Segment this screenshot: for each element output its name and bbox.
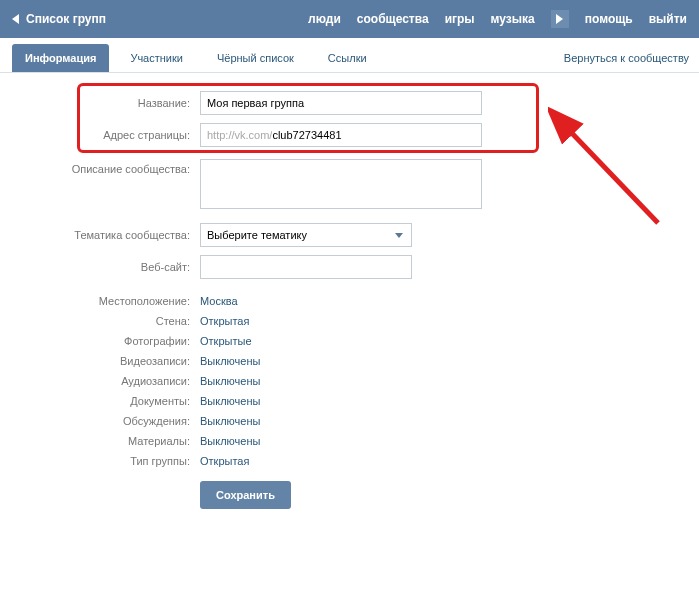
top-nav-links: люди сообщества игры музыка помощь выйти bbox=[308, 10, 687, 28]
setting-label: Тип группы: bbox=[0, 455, 200, 467]
address-field-wrap: http://vk.com/ bbox=[200, 123, 482, 147]
setting-label: Обсуждения: bbox=[0, 415, 200, 427]
nav-communities[interactable]: сообщества bbox=[357, 12, 429, 26]
save-button[interactable]: Сохранить bbox=[200, 481, 291, 509]
materials-value[interactable]: Выключены bbox=[200, 435, 260, 447]
tab-links[interactable]: Ссылки bbox=[315, 44, 380, 72]
settings-form: Название: Адрес страницы: http://vk.com/… bbox=[0, 73, 699, 537]
setting-label: Фотографии: bbox=[0, 335, 200, 347]
top-nav-bar: Список групп люди сообщества игры музыка… bbox=[0, 0, 699, 38]
setting-label: Стена: bbox=[0, 315, 200, 327]
setting-label: Документы: bbox=[0, 395, 200, 407]
audio-value[interactable]: Выключены bbox=[200, 375, 260, 387]
nav-help[interactable]: помощь bbox=[585, 12, 633, 26]
theme-select[interactable]: Выберите тематику bbox=[200, 223, 412, 247]
documents-value[interactable]: Выключены bbox=[200, 395, 260, 407]
nav-logout[interactable]: выйти bbox=[649, 12, 687, 26]
tab-members[interactable]: Участники bbox=[117, 44, 196, 72]
description-input[interactable] bbox=[200, 159, 482, 209]
discussions-value[interactable]: Выключены bbox=[200, 415, 260, 427]
nav-games[interactable]: игры bbox=[445, 12, 475, 26]
name-label: Название: bbox=[0, 97, 200, 109]
group-type-value[interactable]: Открытая bbox=[200, 455, 249, 467]
website-label: Веб-сайт: bbox=[0, 261, 200, 273]
tab-blacklist[interactable]: Чёрный список bbox=[204, 44, 307, 72]
theme-label: Тематика сообщества: bbox=[0, 229, 200, 241]
videos-value[interactable]: Выключены bbox=[200, 355, 260, 367]
wall-value[interactable]: Открытая bbox=[200, 315, 249, 327]
back-to-groups[interactable]: Список групп bbox=[12, 12, 106, 26]
tab-bar: Информация Участники Чёрный список Ссылк… bbox=[0, 40, 699, 73]
photos-value[interactable]: Открытые bbox=[200, 335, 252, 347]
website-input[interactable] bbox=[200, 255, 412, 279]
chevron-down-icon bbox=[395, 233, 403, 238]
address-input[interactable] bbox=[272, 129, 481, 141]
address-prefix: http://vk.com/ bbox=[201, 129, 272, 141]
setting-label: Местоположение: bbox=[0, 295, 200, 307]
name-input[interactable] bbox=[200, 91, 482, 115]
nav-people[interactable]: люди bbox=[308, 12, 341, 26]
description-label: Описание сообщества: bbox=[0, 159, 200, 175]
nav-music[interactable]: музыка bbox=[491, 12, 535, 26]
groups-list-title: Список групп bbox=[26, 12, 106, 26]
theme-select-value: Выберите тематику bbox=[207, 229, 307, 241]
triangle-right-icon bbox=[556, 14, 563, 24]
setting-label: Аудиозаписи: bbox=[0, 375, 200, 387]
nav-more-button[interactable] bbox=[551, 10, 569, 28]
setting-label: Материалы: bbox=[0, 435, 200, 447]
back-triangle-icon bbox=[12, 14, 19, 24]
tab-information[interactable]: Информация bbox=[12, 44, 109, 72]
address-label: Адрес страницы: bbox=[0, 129, 200, 141]
location-value[interactable]: Москва bbox=[200, 295, 238, 307]
setting-label: Видеозаписи: bbox=[0, 355, 200, 367]
back-to-community-link[interactable]: Вернуться к сообществу bbox=[564, 44, 689, 72]
